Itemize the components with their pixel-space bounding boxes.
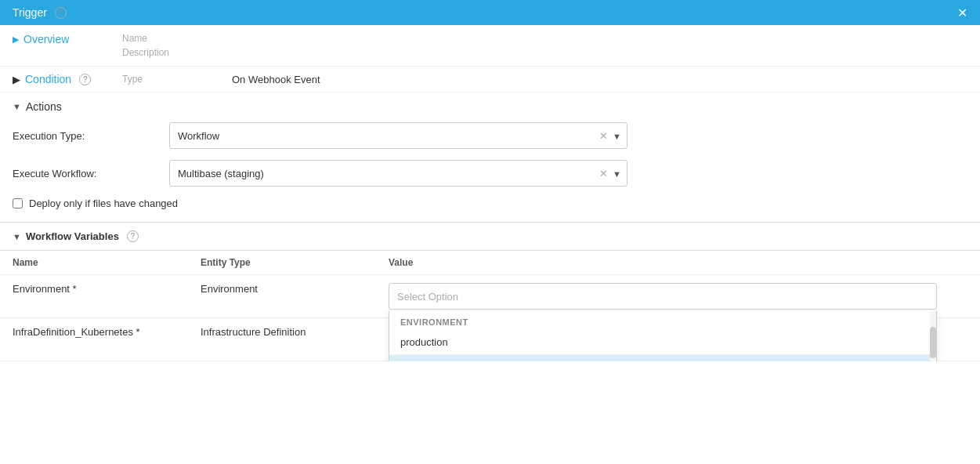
env-dropdown-group-label: ENVIRONMENT — [389, 311, 936, 330]
overview-chevron-icon: ▶ — [13, 34, 19, 45]
workflow-variables-toggle[interactable]: ▼ Workflow Variables ? — [0, 223, 980, 251]
dropdown-scrollbar[interactable] — [930, 311, 936, 361]
overview-name-label: Name — [122, 33, 967, 44]
deploy-checkbox-row: Deploy only if files have changed — [13, 198, 967, 209]
env-dropdown-container: Select Option ENVIRONMENT production sta… — [389, 283, 937, 310]
deploy-checkbox-label[interactable]: Deploy only if files have changed — [29, 198, 178, 209]
actions-chevron-icon: ▼ — [13, 102, 21, 111]
trigger-header: Trigger ? ✕ — [0, 0, 980, 25]
execute-workflow-label: Execute Workflow: — [13, 168, 169, 179]
overview-fields: Name Description — [122, 33, 967, 58]
execute-workflow-row: Execute Workflow: Multibase (staging) ✕ … — [13, 160, 967, 187]
env-select-placeholder: Select Option — [397, 291, 458, 303]
workflow-variables-section: ▼ Workflow Variables ? Name Entity Type … — [0, 222, 980, 361]
env-select-input[interactable]: Select Option — [389, 283, 937, 310]
table-row: Environment * Environment Select Option … — [0, 275, 980, 318]
execution-type-caret-icon[interactable]: ▼ — [613, 131, 621, 140]
env-option-staging[interactable]: staging — [389, 355, 936, 361]
execute-workflow-caret-icon[interactable]: ▼ — [613, 169, 621, 178]
env-entity-type-cell: Environment — [188, 275, 376, 318]
condition-type-label: Type — [122, 74, 185, 85]
execute-workflow-select[interactable]: Multibase (staging) — [169, 160, 627, 187]
execution-type-select-icons: ✕ ▼ — [599, 130, 621, 142]
actions-section: ▼ Actions Execution Type: Workflow ✕ ▼ E… — [0, 92, 980, 209]
overview-description-label: Description — [122, 47, 967, 58]
execute-workflow-value: Multibase (staging) — [178, 168, 602, 179]
execution-type-select[interactable]: Workflow — [169, 122, 627, 149]
condition-section: ▶ Condition ? Type On Webhook Event — [0, 67, 980, 92]
condition-type-value: On Webhook Event — [232, 74, 320, 85]
execution-type-clear-icon[interactable]: ✕ — [599, 130, 608, 142]
overview-section: ▶ Overview Name Description — [0, 25, 980, 67]
col-value-header: Value — [376, 251, 980, 275]
condition-help-icon[interactable]: ? — [79, 74, 91, 85]
header-close-icon[interactable]: ✕ — [957, 5, 967, 20]
execution-type-label: Execution Type: — [13, 130, 169, 142]
actions-label: Actions — [26, 100, 62, 113]
col-entity-type-header: Entity Type — [188, 251, 376, 275]
condition-chevron-icon: ▶ — [13, 74, 20, 85]
overview-label: Overview — [24, 33, 69, 45]
dropdown-scroll-thumb — [930, 327, 936, 358]
actions-toggle[interactable]: ▼ Actions — [13, 100, 967, 113]
execution-type-select-wrapper: Workflow ✕ ▼ — [169, 122, 627, 149]
env-value-cell: Select Option ENVIRONMENT production sta… — [376, 275, 980, 318]
execute-workflow-clear-icon[interactable]: ✕ — [599, 168, 608, 179]
env-option-production[interactable]: production — [389, 330, 936, 355]
infra-name-cell: InfraDefinition_Kubernetes * — [0, 318, 188, 361]
trigger-help-icon[interactable]: ? — [55, 7, 67, 19]
execute-workflow-select-icons: ✕ ▼ — [599, 168, 621, 179]
env-name-cell: Environment * — [0, 275, 188, 318]
env-dropdown-menu: ENVIRONMENT production staging — [389, 311, 937, 361]
deploy-checkbox[interactable] — [13, 198, 23, 208]
workflow-variables-table: Name Entity Type Value Environment * Env… — [0, 251, 980, 361]
col-name-header: Name — [0, 251, 188, 275]
condition-toggle[interactable]: ▶ Condition ? — [13, 73, 122, 85]
execution-type-value: Workflow — [178, 130, 602, 142]
overview-toggle[interactable]: ▶ Overview — [13, 33, 122, 45]
workflow-variables-help-icon[interactable]: ? — [127, 230, 139, 242]
header-title-area: Trigger ? — [13, 6, 67, 19]
header-title-text: Trigger — [13, 6, 47, 19]
workflow-variables-chevron-icon: ▼ — [13, 232, 21, 241]
condition-label: Condition — [25, 73, 71, 85]
execution-type-row: Execution Type: Workflow ✕ ▼ — [13, 122, 967, 149]
table-header-row: Name Entity Type Value — [0, 251, 980, 275]
workflow-variables-label: Workflow Variables — [26, 230, 119, 242]
infra-entity-type-cell: Infrastructure Definition — [188, 318, 376, 361]
execute-workflow-select-wrapper: Multibase (staging) ✕ ▼ — [169, 160, 627, 187]
